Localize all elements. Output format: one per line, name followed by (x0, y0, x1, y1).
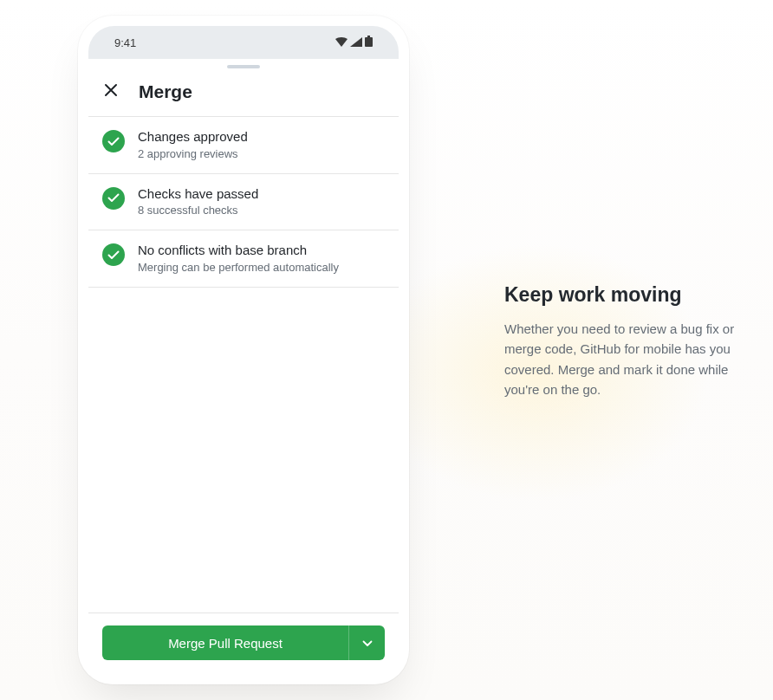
battery-icon (365, 36, 373, 49)
status-item-conflicts[interactable]: No conflicts with base branch Merging ca… (88, 230, 399, 288)
check-circle-icon (102, 130, 125, 152)
check-circle-icon (102, 243, 125, 266)
close-icon (104, 83, 118, 100)
status-item-checks[interactable]: Checks have passed 8 successful checks (88, 174, 399, 231)
promo-title: Keep work moving (504, 283, 747, 307)
status-bar-icons (335, 36, 373, 49)
phone-status-bar: 9:41 (88, 26, 399, 59)
status-title: Changes approved (138, 128, 385, 146)
wifi-icon (335, 36, 348, 49)
check-circle-icon (102, 187, 125, 210)
promo-content: Keep work moving Whether you need to rev… (504, 283, 747, 399)
status-title: Checks have passed (138, 185, 385, 203)
promo-description: Whether you need to review a bug fix or … (504, 319, 747, 399)
merge-pull-request-button[interactable]: Merge Pull Request (102, 625, 348, 660)
status-subtitle: 8 successful checks (138, 203, 385, 218)
modal-title: Merge (139, 81, 192, 102)
modal-footer: Merge Pull Request (88, 612, 399, 674)
svg-rect-0 (365, 37, 373, 47)
status-subtitle: Merging can be performed automatically (138, 260, 385, 275)
modal-header: Merge (88, 73, 399, 116)
status-subtitle: 2 approving reviews (138, 146, 385, 162)
status-bar-time: 9:41 (114, 36, 136, 49)
status-item-approved[interactable]: Changes approved 2 approving reviews (88, 117, 399, 174)
phone-mockup: 9:41 (78, 16, 409, 684)
status-list: Changes approved 2 approving reviews Che… (88, 116, 399, 612)
merge-options-dropdown-button[interactable] (348, 625, 385, 660)
close-button[interactable] (102, 83, 120, 100)
status-title: No conflicts with base branch (138, 242, 385, 259)
chevron-down-icon (362, 635, 373, 651)
svg-rect-1 (367, 36, 370, 37)
cellular-icon (350, 36, 362, 49)
merge-button-group: Merge Pull Request (102, 625, 385, 660)
drag-handle[interactable] (88, 59, 399, 73)
